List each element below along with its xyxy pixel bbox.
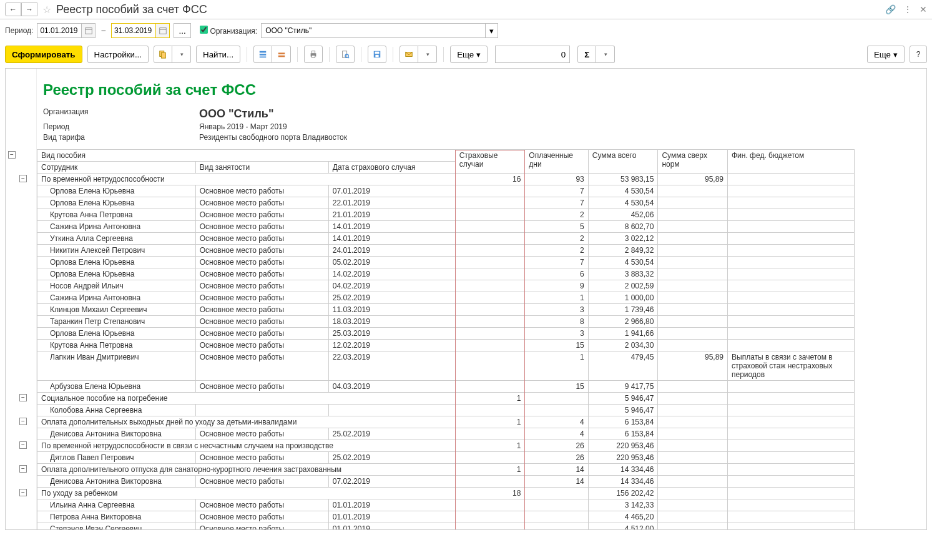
table-row[interactable]: Арбузова Елена ЮрьевнаОсновное место раб… [37,381,855,393]
period-picker-button[interactable]: ... [174,23,191,38]
group-row[interactable]: По временной нетрудоспособности169353 98… [37,174,855,185]
save-button[interactable] [368,46,386,63]
right-more-button[interactable]: Еще▾ [867,46,905,63]
group-row[interactable]: Социальное пособие на погребение15 946,4… [37,393,855,405]
tree-collapse-root[interactable]: − [8,151,16,159]
col-employee: Сотрудник [37,162,196,174]
col-cases: Страховые случаи [459,151,498,169]
table-row[interactable]: Денисова Антонина ВикторовнаОсновное мес… [37,428,855,440]
generate-button[interactable]: Сформировать [5,46,82,63]
table-row[interactable]: Орлова Елена ЮрьевнаОсновное место работ… [37,197,855,209]
table-row[interactable]: Носов Андрей ИльичОсновное место работы0… [37,280,855,292]
date-to-calendar-button[interactable] [156,23,170,38]
print-button[interactable] [304,46,323,63]
svg-rect-6 [260,51,267,53]
meta-org-value: ООО "Стиль" [199,107,926,120]
link-icon[interactable]: 🔗 [885,4,896,14]
date-range-dash: – [101,26,105,35]
svg-rect-7 [260,54,267,56]
table-row[interactable]: Лапкин Иван ДмитриевичОсновное место раб… [37,351,855,381]
table-row[interactable]: Крутова Анна ПетровнаОсновное место рабо… [37,340,855,351]
table-row[interactable]: Орлова Елена ЮрьевнаОсновное место работ… [37,257,855,268]
date-from-input[interactable] [37,23,82,38]
svg-rect-5 [161,52,165,58]
col-total: Сумма всего [588,150,658,174]
group-row[interactable]: По временной нетрудоспособности в связи … [37,440,855,452]
svg-rect-18 [375,52,380,54]
variants-dropdown[interactable] [172,46,191,63]
email-dropdown[interactable] [418,46,437,63]
group-row[interactable]: По уходу за ребенком18156 202,42 [37,488,855,499]
tree-collapse-group[interactable]: − [19,489,27,496]
col-benefit-type: Вид пособия [37,150,456,162]
report-title: Реестр пособий за счет ФСС [43,81,926,99]
col-over-norm: Сумма сверх норм [658,150,728,174]
report-table: Вид пособия Страховые случаи Оплаченные … [37,149,855,529]
tree-collapse-group[interactable]: − [19,394,27,401]
table-row[interactable]: Орлова Елена ЮрьевнаОсновное место работ… [37,328,855,340]
table-row[interactable]: Никитин Алексей ПетровичОсновное место р… [37,245,855,257]
variants-button[interactable] [154,46,172,63]
nav-back-button[interactable]: ← [5,2,21,16]
nav-forward-button[interactable]: → [21,2,37,16]
table-row[interactable]: Уткина Алла СергеевнаОсновное место рабо… [37,233,855,245]
org-combo-input[interactable] [261,23,486,38]
col-fed-budget: Фин. фед. бюджетом [728,150,855,174]
collapse-all-button[interactable] [272,46,291,63]
table-row[interactable]: Крутова Анна ПетровнаОсновное место рабо… [37,209,855,221]
col-employment: Вид занятости [195,162,328,174]
svg-rect-2 [159,28,166,34]
table-row[interactable]: Ильина Анна СергеевнаОсновное место рабо… [37,499,855,511]
close-icon[interactable]: ✕ [920,4,927,14]
meta-period-value: Январь 2019 - Март 2019 [199,122,926,131]
meta-tariff-value: Резиденты свободного порта Владивосток [199,133,926,142]
table-row[interactable]: Сажина Ирина АнтоновнаОсновное место раб… [37,221,855,233]
svg-rect-12 [312,51,315,54]
help-button[interactable]: ? [910,46,927,63]
svg-line-16 [348,57,350,58]
email-button[interactable] [400,46,418,63]
table-row[interactable]: Колобова Анна Сергеевна5 946,47 [37,405,855,416]
tree-collapse-group[interactable]: − [19,175,27,182]
col-event-date: Дата страхового случая [328,162,455,174]
window-title: Реестр пособий за счет ФСС [56,3,885,16]
date-from-calendar-button[interactable] [82,23,96,38]
settings-button[interactable]: Настройки... [87,46,149,63]
meta-org-label: Организация [43,107,193,120]
table-row[interactable]: Петрова Анна ВикторовнаОсновное место ра… [37,511,855,523]
org-combo-dropdown[interactable]: ▾ [486,23,498,38]
org-checkbox[interactable] [200,26,208,34]
sum-input[interactable] [495,46,570,63]
favorite-star-icon[interactable]: ☆ [42,4,51,16]
expand-all-button[interactable] [253,46,272,63]
date-to-input[interactable] [111,23,156,38]
find-button[interactable]: Найти... [196,46,240,63]
menu-dots-icon[interactable]: ⋮ [903,4,912,14]
col-paid-days: Оплаченные дни [525,150,588,174]
group-row[interactable]: Оплата дополнительных выходных дней по у… [37,416,855,428]
meta-tariff-label: Вид тарифа [43,133,193,142]
svg-rect-19 [376,55,379,57]
period-label: Период: [5,26,33,35]
table-row[interactable]: Орлова Елена ЮрьевнаОсновное место работ… [37,268,855,280]
svg-rect-10 [278,56,285,57]
tree-collapse-group[interactable]: − [19,465,27,473]
sigma-dropdown[interactable] [596,46,615,63]
svg-rect-9 [278,52,285,54]
table-row[interactable]: Клинцов Михаил СергеевичОсновное место р… [37,304,855,316]
table-row[interactable]: Дятлов Павел ПетровичОсновное место рабо… [37,452,855,464]
svg-rect-8 [260,57,267,58]
more-button[interactable]: Еще▾ [450,46,488,63]
meta-period-label: Период [43,122,193,131]
table-row[interactable]: Сажина Ирина АнтоновнаОсновное место раб… [37,292,855,304]
table-row[interactable]: Таранкин Петр СтепановичОсновное место р… [37,316,855,328]
tree-collapse-group[interactable]: − [19,418,27,425]
tree-collapse-group[interactable]: − [19,441,27,449]
table-row[interactable]: Орлова Елена ЮрьевнаОсновное место работ… [37,185,855,197]
preview-button[interactable] [336,46,355,63]
sigma-button[interactable]: Σ [577,46,596,63]
table-row[interactable]: Денисова Антонина ВикторовнаОсновное мес… [37,476,855,488]
org-label: Организация: [210,27,257,36]
table-row[interactable]: Степанов Иван СергеевичОсновное место ра… [37,523,855,530]
group-row[interactable]: Оплата дополнительного отпуска для санат… [37,464,855,476]
